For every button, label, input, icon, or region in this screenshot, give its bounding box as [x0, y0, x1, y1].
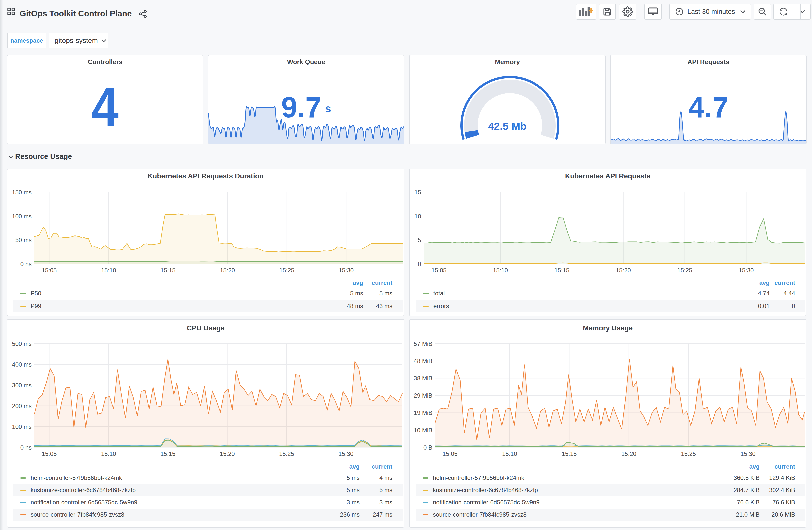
svg-text:15:25: 15:25: [681, 451, 696, 457]
svg-text:10 MiB: 10 MiB: [414, 427, 432, 434]
svg-text:5: 5: [418, 237, 421, 244]
svg-text:15:10: 15:10: [493, 267, 508, 274]
svg-text:15:25: 15:25: [678, 267, 693, 274]
svg-text:15:15: 15:15: [161, 267, 176, 274]
svg-text:15:05: 15:05: [431, 267, 446, 274]
svg-text:15:20: 15:20: [220, 451, 235, 457]
svg-text:15:05: 15:05: [42, 267, 57, 274]
svg-text:0 ns: 0 ns: [20, 444, 31, 451]
svg-text:0 B: 0 B: [423, 444, 432, 451]
svg-text:15:20: 15:20: [616, 267, 631, 274]
svg-text:15:30: 15:30: [741, 451, 756, 457]
svg-text:15:10: 15:10: [101, 267, 116, 274]
svg-text:19 MiB: 19 MiB: [414, 410, 432, 416]
svg-text:15:25: 15:25: [279, 267, 294, 274]
svg-text:15:30: 15:30: [739, 267, 754, 274]
svg-text:300 ms: 300 ms: [12, 382, 31, 389]
svg-text:15:20: 15:20: [621, 451, 636, 457]
svg-text:57 MiB: 57 MiB: [414, 340, 432, 347]
svg-text:15:05: 15:05: [42, 451, 57, 457]
svg-text:15:15: 15:15: [554, 267, 569, 274]
svg-text:15:10: 15:10: [101, 451, 116, 457]
svg-text:29 MiB: 29 MiB: [414, 392, 432, 399]
svg-text:400 ms: 400 ms: [12, 361, 31, 368]
svg-text:100 ms: 100 ms: [12, 424, 31, 430]
svg-text:100 ms: 100 ms: [12, 213, 31, 220]
svg-text:15:15: 15:15: [160, 451, 175, 457]
svg-text:200 ms: 200 ms: [12, 403, 31, 410]
svg-text:15:25: 15:25: [279, 451, 294, 457]
svg-text:0 ns: 0 ns: [20, 261, 31, 267]
svg-text:0: 0: [418, 261, 421, 267]
svg-text:10: 10: [414, 213, 421, 220]
svg-text:15:30: 15:30: [338, 451, 353, 457]
svg-text:15: 15: [414, 189, 421, 196]
svg-text:15:15: 15:15: [562, 451, 577, 457]
svg-text:15:20: 15:20: [220, 267, 235, 274]
svg-text:15:30: 15:30: [339, 267, 354, 274]
svg-text:48 MiB: 48 MiB: [414, 358, 432, 365]
svg-text:500 ms: 500 ms: [12, 340, 31, 347]
svg-text:15:05: 15:05: [443, 451, 458, 457]
svg-text:15:10: 15:10: [502, 451, 517, 457]
svg-text:50 ms: 50 ms: [15, 237, 31, 244]
svg-text:38 MiB: 38 MiB: [414, 375, 432, 382]
svg-text:150 ms: 150 ms: [12, 189, 31, 196]
